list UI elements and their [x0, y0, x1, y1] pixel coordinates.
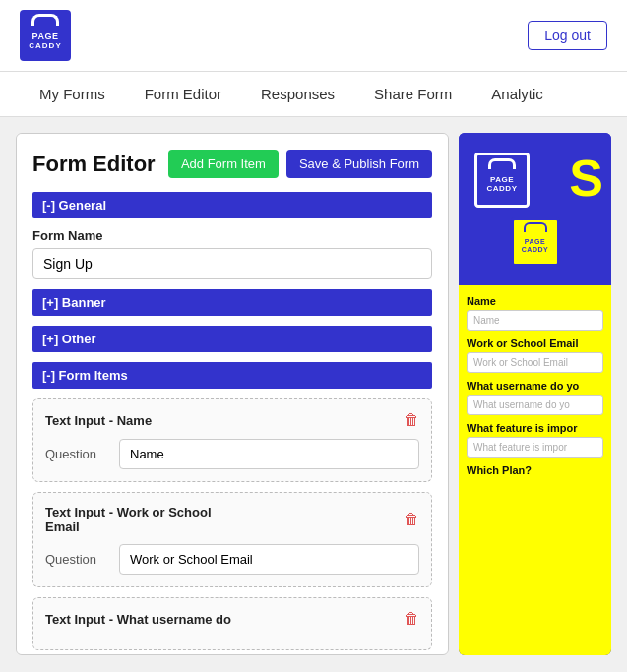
save-publish-button[interactable]: Save & Publish Form	[286, 150, 432, 178]
form-name-group: Form Name	[32, 228, 432, 289]
section-other[interactable]: [+] Other	[32, 326, 432, 352]
preview-logo-top: PAGE CADDY	[474, 153, 530, 208]
preview-field-label-name: Name	[467, 295, 603, 307]
preview-field-input-name[interactable]: Name	[467, 310, 603, 331]
preview-panel: PAGE CADDY S PAGE CADDY Name Name	[459, 133, 611, 655]
form-item-header-name: Text Input - Name 🗑	[45, 411, 419, 429]
preview-field-label-email: Work or School Email	[467, 337, 603, 349]
delete-item-username-icon[interactable]: 🗑	[404, 610, 419, 628]
logout-button[interactable]: Log out	[528, 21, 607, 50]
preview-field-label-feature: What feature is impor	[467, 422, 603, 434]
form-item-card-name: Text Input - Name 🗑 Question	[32, 398, 432, 482]
nav-item-my-forms[interactable]: My Forms	[20, 72, 125, 116]
form-item-header-username: Text Input - What username do 🗑	[45, 610, 419, 628]
preview-field-input-feature[interactable]: What feature is impor	[467, 437, 603, 458]
logo-handle-icon	[31, 14, 59, 26]
question-label-name: Question	[45, 447, 109, 461]
editor-actions: Add Form Item Save & Publish Form	[168, 150, 432, 178]
preview-field-input-email[interactable]: Work or School Email	[467, 352, 603, 373]
header: PAGE CADDY Log out	[0, 0, 627, 72]
nav-item-analytics[interactable]: Analytic	[471, 72, 563, 116]
preview-logo-bottom: PAGE CADDY	[511, 217, 560, 267]
preview-big-letter: S	[569, 153, 603, 204]
preview-form-area: Name Name Work or School Email Work or S…	[459, 285, 611, 655]
form-name-label: Form Name	[32, 228, 432, 243]
logo-text: PAGE CADDY	[29, 32, 61, 51]
form-item-card-username: Text Input - What username do 🗑	[32, 597, 432, 650]
nav-item-form-editor[interactable]: Form Editor	[125, 72, 241, 116]
preview-logo-text-bottom: PAGE CADDY	[522, 238, 548, 253]
preview-field-label-plan: Which Plan?	[467, 464, 603, 476]
delete-item-name-icon[interactable]: 🗑	[404, 411, 419, 429]
editor-title: Form Editor	[32, 152, 156, 177]
section-banner[interactable]: [+] Banner	[32, 289, 432, 316]
form-item-question-name: Question	[45, 439, 419, 469]
preview-logo-text-top: PAGE CADDY	[487, 176, 518, 194]
question-label-email: Question	[45, 552, 109, 567]
preview-field-label-username: What username do yo	[467, 380, 603, 392]
form-item-title-name: Text Input - Name	[45, 413, 152, 428]
nav-item-share-form[interactable]: Share Form	[354, 72, 471, 116]
question-input-name[interactable]	[119, 439, 419, 469]
main-content: Form Editor Add Form Item Save & Publish…	[0, 117, 627, 671]
logo: PAGE CADDY	[20, 10, 71, 61]
form-item-question-email: Question	[45, 544, 419, 575]
preview-logo-area: PAGE CADDY S PAGE CADDY	[459, 133, 611, 285]
preview-logo-handle2-icon	[524, 222, 547, 232]
preview-logo-handle-icon	[488, 158, 516, 169]
preview-field-input-username[interactable]: What username do yo	[467, 395, 603, 415]
question-input-email[interactable]	[119, 544, 419, 575]
nav-item-responses[interactable]: Responses	[241, 72, 354, 116]
section-form-items[interactable]: [-] Form Items	[32, 362, 432, 389]
delete-item-email-icon[interactable]: 🗑	[404, 511, 419, 528]
add-form-item-button[interactable]: Add Form Item	[168, 150, 279, 178]
editor-panel: Form Editor Add Form Item Save & Publish…	[16, 133, 449, 655]
form-item-card-email: Text Input - Work or SchoolEmail 🗑 Quest…	[32, 492, 432, 587]
nav-bar: My Forms Form Editor Responses Share For…	[0, 72, 627, 117]
form-name-input[interactable]	[32, 248, 432, 279]
form-item-title-email: Text Input - Work or SchoolEmail	[45, 505, 212, 534]
editor-header: Form Editor Add Form Item Save & Publish…	[32, 150, 432, 178]
form-item-title-username: Text Input - What username do	[45, 612, 231, 627]
form-item-header-email: Text Input - Work or SchoolEmail 🗑	[45, 505, 419, 534]
section-general[interactable]: [-] General	[32, 192, 432, 218]
